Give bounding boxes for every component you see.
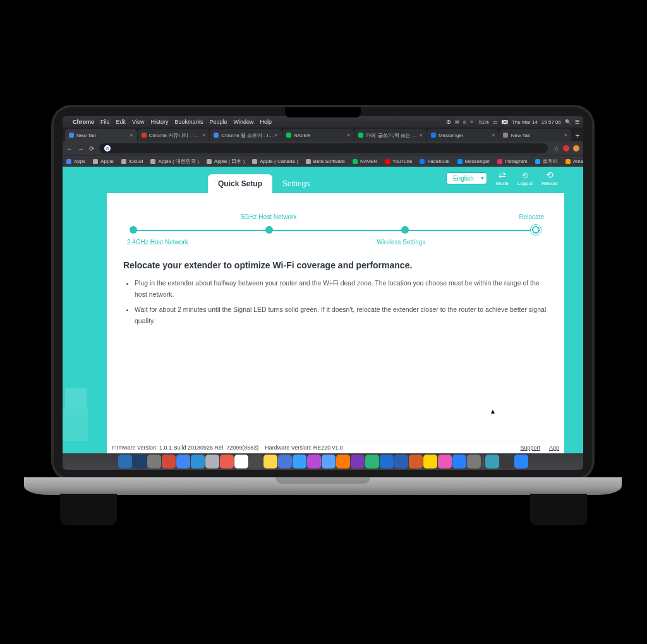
bookmark-item[interactable]: Apple ( Canada ) — [252, 158, 298, 164]
dock-app-icon[interactable] — [365, 455, 379, 468]
dock-app-icon[interactable] — [423, 455, 437, 468]
forward-button[interactable]: → — [78, 145, 84, 152]
tab-settings[interactable]: Settings — [272, 174, 320, 193]
step-label-2: 5GHz Host Network — [241, 213, 296, 220]
address-bar[interactable]: G — [99, 143, 548, 153]
dock-app-icon[interactable] — [307, 455, 321, 468]
dock-app-icon[interactable] — [485, 455, 499, 468]
dock-app-icon[interactable] — [380, 455, 394, 468]
profile-icon[interactable] — [573, 145, 579, 152]
status-icon[interactable]: ⎋ — [463, 119, 466, 125]
dock-app-icon[interactable] — [500, 455, 514, 468]
bookmark-star-icon[interactable]: ☆ — [553, 145, 559, 152]
dock-app-icon[interactable] — [514, 455, 528, 468]
controlcenter-icon[interactable]: ☰ — [575, 119, 579, 125]
close-icon[interactable]: × — [492, 132, 495, 138]
browser-tab[interactable]: Chrome 커뮤니티 - '…× — [138, 129, 210, 141]
bookmark-item[interactable]: 트위터 — [535, 158, 558, 165]
back-button[interactable]: ← — [66, 145, 73, 152]
dock-app-icon[interactable] — [452, 455, 466, 468]
notch — [285, 107, 361, 117]
close-icon[interactable]: × — [202, 132, 205, 138]
search-icon[interactable]: 🔍 — [565, 119, 571, 125]
tab-quick-setup[interactable]: Quick Setup — [208, 174, 272, 193]
app-name[interactable]: Chrome — [73, 119, 94, 125]
dock-app-icon[interactable] — [118, 455, 132, 468]
menu-history[interactable]: History — [150, 119, 168, 125]
menu-help[interactable]: Help — [260, 119, 272, 125]
bookmark-item[interactable]: Apple — [93, 158, 113, 164]
bookmark-item[interactable]: Amazon — [565, 158, 583, 164]
bookmark-item[interactable]: NAVER — [353, 158, 377, 164]
menu-view[interactable]: View — [132, 119, 144, 125]
bookmark-item[interactable]: Instagram — [497, 158, 528, 164]
close-icon[interactable]: × — [347, 132, 350, 138]
menu-file[interactable]: File — [100, 119, 110, 125]
dock-app-icon[interactable] — [249, 455, 263, 468]
close-icon[interactable]: × — [564, 132, 567, 138]
browser-tab[interactable]: NAVER× — [282, 129, 354, 141]
support-link[interactable]: Support — [520, 444, 540, 451]
step-node-1[interactable] — [130, 226, 137, 234]
dock-app-icon[interactable] — [322, 455, 336, 468]
step-node-2[interactable] — [265, 226, 273, 234]
bookmark-label: Beta Software — [313, 158, 345, 164]
wifi-icon[interactable]: ᯤ — [470, 119, 475, 125]
app-link[interactable]: App — [549, 444, 559, 451]
menu-edit[interactable]: Edit — [116, 119, 126, 125]
dock-app-icon[interactable] — [147, 455, 161, 468]
browser-tab[interactable]: New Tab× — [499, 129, 571, 141]
reboot-icon: ⟲ — [546, 170, 553, 179]
bookmark-item[interactable]: Messenger — [457, 158, 490, 164]
bookmark-item[interactable]: YouTube — [385, 158, 412, 164]
browser-tab[interactable]: Chrome 웹 스토어 - I…× — [210, 129, 282, 141]
dock-app-icon[interactable] — [220, 455, 234, 468]
status-icon[interactable]: ⦿ — [446, 119, 451, 125]
logout-button[interactable]: ⎋ Logout — [517, 170, 533, 186]
bookmark-item[interactable]: Beta Software — [306, 158, 345, 164]
browser-tab[interactable]: New Tab× — [65, 129, 137, 141]
dock-app-icon[interactable] — [234, 455, 248, 468]
dock-app-icon[interactable] — [409, 455, 423, 468]
battery-icon[interactable]: ▭ — [493, 119, 498, 125]
dock-app-icon[interactable] — [351, 455, 365, 468]
bookmark-item[interactable]: Apple ( 대한민국 ) — [150, 158, 198, 165]
step-node-4-current[interactable] — [530, 224, 541, 236]
browser-tab[interactable]: Messenger× — [427, 129, 499, 141]
bookmark-item[interactable]: Facebook — [420, 158, 449, 164]
menu-window[interactable]: Window — [233, 119, 253, 125]
extension-icon[interactable] — [563, 145, 569, 152]
bookmark-item[interactable]: iCloud — [121, 158, 143, 164]
browser-tab[interactable]: 카페 글쓰기,맥 쓰는 사…× — [354, 129, 426, 141]
dock-app-icon[interactable] — [205, 455, 219, 468]
close-icon[interactable]: × — [420, 132, 423, 138]
flag-icon[interactable]: 🇰🇷 — [502, 119, 508, 125]
bookmark-item[interactable]: Apple ( 日本 ) — [207, 158, 245, 165]
dock-app-icon[interactable] — [278, 455, 292, 468]
macos-menubar: Chrome File Edit View History Bookmarks … — [63, 116, 583, 128]
dock-app-icon[interactable] — [133, 455, 147, 468]
close-icon[interactable]: × — [130, 132, 133, 138]
dock-app-icon[interactable] — [263, 455, 277, 468]
dock-app-icon[interactable] — [191, 455, 205, 468]
close-icon[interactable]: × — [274, 132, 277, 138]
dock-app-icon[interactable] — [394, 455, 408, 468]
language-select[interactable]: English — [446, 172, 487, 184]
mode-button[interactable]: ⇄ Mode — [496, 170, 509, 186]
dock-app-icon[interactable] — [438, 455, 452, 468]
menu-people[interactable]: People — [209, 119, 227, 125]
step-node-3[interactable] — [401, 226, 409, 234]
menu-bookmarks[interactable]: Bookmarks — [174, 119, 203, 125]
dock-app-icon[interactable] — [467, 455, 481, 468]
new-tab-button[interactable]: + — [572, 130, 583, 141]
dock-app-icon[interactable] — [293, 455, 306, 468]
dock-app-icon[interactable] — [162, 455, 176, 468]
laptop-frame: Chrome File Edit View History Bookmarks … — [54, 107, 592, 479]
dock-app-icon[interactable] — [336, 455, 350, 468]
bookmark-item[interactable]: Apps — [66, 158, 85, 164]
reload-button[interactable]: ⟳ — [89, 145, 94, 152]
dock-app-icon[interactable] — [176, 455, 190, 468]
reboot-button[interactable]: ⟲ Reboot — [541, 170, 558, 186]
favicon-icon — [214, 133, 219, 138]
status-icon[interactable]: ✉︎ — [455, 119, 459, 125]
